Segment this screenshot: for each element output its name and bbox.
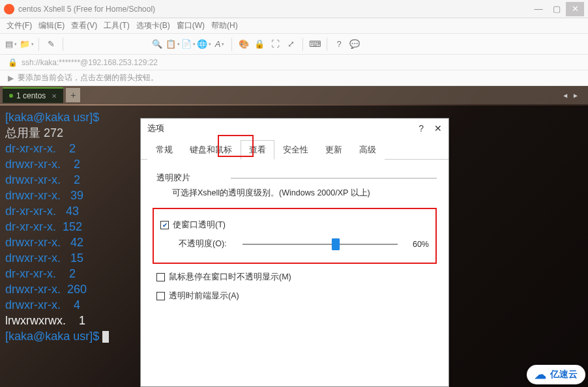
tab-scroll: ◄ ► [562, 92, 585, 99]
chat-icon[interactable]: 💬 [349, 38, 360, 50]
opacity-value: 60% [405, 240, 429, 249]
tab-update[interactable]: 更新 [317, 140, 351, 160]
arrow-icon[interactable]: ▶ [8, 74, 14, 83]
address-bar[interactable]: 🔒 ssh://kaka:*******@192.168.253.129:22 [0, 55, 588, 70]
separator [327, 38, 327, 51]
font-icon[interactable]: A [214, 38, 226, 50]
window-controls: — ▢ ✕ [529, 2, 584, 16]
menu-edit[interactable]: 编辑(E) [38, 20, 65, 31]
opacity-slider-row: 不透明度(O): 60% [160, 238, 429, 250]
menu-tabs[interactable]: 选项卡(B) [136, 20, 170, 31]
keyboard-icon[interactable]: ⌨ [309, 38, 321, 50]
highlighted-group: ✔ 使窗口透明(T) 不透明度(O): 60% [153, 208, 437, 264]
dialog-title: 选项 [147, 122, 164, 134]
lock-icon: 🔒 [8, 58, 18, 67]
menu-file[interactable]: 文件(F) [7, 20, 32, 31]
maximize-button[interactable]: ▢ [548, 2, 566, 16]
fullscreen-icon[interactable]: ⛶ [269, 38, 281, 50]
paste-icon[interactable]: 📄 [183, 38, 194, 50]
expand-icon[interactable]: ⤢ [285, 38, 297, 50]
open-folder-icon[interactable]: 📁 [21, 38, 33, 50]
checkbox-front[interactable] [156, 292, 165, 300]
tab-view[interactable]: 查看 [241, 140, 274, 160]
lock-icon[interactable]: 🔒 [254, 38, 265, 50]
tab-prev-icon[interactable]: ◄ [562, 92, 568, 99]
status-dot-icon [9, 94, 13, 98]
close-button[interactable]: ✕ [566, 2, 584, 16]
separator [38, 38, 39, 51]
tab-strip: 1 centos ✕ + ◄ ► [0, 86, 588, 104]
help-icon[interactable]: ? [333, 38, 345, 50]
watermark: ☁ 亿速云 [527, 365, 585, 384]
slider-thumb[interactable] [332, 238, 340, 250]
checkbox-row[interactable]: ✔ 使窗口透明(T) [160, 220, 429, 231]
settings-icon[interactable]: ✎ [45, 38, 57, 50]
address-text: ssh://kaka:*******@192.168.253.129:22 [22, 58, 158, 67]
info-text: 要添加当前会话，点击左侧的箭头按钮。 [18, 72, 158, 83]
tab-next-icon[interactable]: ► [572, 92, 579, 99]
search-icon[interactable]: 🔍 [151, 38, 163, 50]
tab-security[interactable]: 安全性 [274, 140, 317, 160]
menu-view[interactable]: 查看(V) [71, 20, 97, 31]
tab-close-icon[interactable]: ✕ [51, 93, 57, 100]
app-icon [4, 4, 14, 14]
minimize-button[interactable]: — [529, 2, 548, 16]
prompt: [kaka@kaka usr]$ [5, 111, 99, 124]
info-bar: ▶ 要添加当前会话，点击左侧的箭头按钮。 [0, 70, 588, 86]
globe-icon[interactable]: 🌐 [198, 38, 210, 50]
checkbox-list: 鼠标悬停在窗口时不透明显示(M) 透明时前端显示(A) [153, 272, 437, 302]
cursor [102, 331, 109, 343]
checkbox-label: 使窗口透明(T) [173, 220, 226, 231]
cloud-icon: ☁ [535, 367, 546, 382]
checkbox-row[interactable]: 鼠标悬停在窗口时不透明显示(M) [156, 272, 437, 283]
opacity-label: 不透明度(O): [179, 238, 235, 250]
checkbox-row[interactable]: 透明时前端显示(A) [156, 291, 437, 302]
toolbar: ▤ 📁 ✎ 🔍 📋 📄 🌐 A 🎨 🔒 ⛶ ⤢ ⌨ ? 💬 [0, 34, 588, 55]
menubar: 文件(F) 编辑(E) 查看(V) 工具(T) 选项卡(B) 窗口(W) 帮助(… [0, 18, 588, 34]
menu-tools[interactable]: 工具(T) [104, 20, 129, 31]
checkbox-transparent[interactable]: ✔ [160, 221, 169, 229]
copy-icon[interactable]: 📋 [167, 38, 179, 50]
color-icon[interactable]: 🎨 [238, 38, 250, 50]
tab-label: 1 centos [16, 91, 46, 100]
dialog-tabs: 常规 键盘和鼠标 查看 安全性 更新 高级 [141, 138, 448, 160]
options-dialog: 选项 ? ✕ 常规 键盘和鼠标 查看 安全性 更新 高级 透明胶片 可选择Xsh… [140, 118, 449, 387]
section-description: 可选择Xshell的透明度级别。(Windows 2000/XP 以上) [153, 185, 437, 208]
separator [231, 178, 437, 179]
tab-general[interactable]: 常规 [147, 140, 181, 160]
session-tab[interactable]: 1 centos ✕ [3, 87, 63, 103]
separator [63, 38, 63, 51]
window-title: centos Xshell 5 (Free for Home/School) [18, 5, 529, 14]
tab-advanced[interactable]: 高级 [351, 140, 385, 160]
tab-keyboard-mouse[interactable]: 键盘和鼠标 [181, 140, 241, 160]
opacity-slider[interactable] [243, 244, 398, 245]
checkbox-label: 透明时前端显示(A) [169, 291, 239, 302]
dialog-close-button[interactable]: ✕ [434, 123, 442, 134]
new-tab-button[interactable]: + [66, 88, 80, 102]
checkbox-label: 鼠标悬停在窗口时不透明显示(M) [169, 272, 291, 283]
separator [302, 38, 303, 51]
checkbox-mouse-hover[interactable] [156, 273, 165, 281]
new-session-icon[interactable]: ▤ [5, 38, 17, 50]
watermark-text: 亿速云 [550, 369, 578, 380]
menu-help[interactable]: 帮助(H) [211, 20, 238, 31]
dialog-help-button[interactable]: ? [419, 123, 424, 134]
menu-window[interactable]: 窗口(W) [177, 20, 205, 31]
titlebar: centos Xshell 5 (Free for Home/School) —… [0, 0, 588, 18]
dialog-body: 透明胶片 可选择Xshell的透明度级别。(Windows 2000/XP 以上… [141, 160, 448, 319]
separator [231, 38, 232, 51]
dialog-titlebar: 选项 ? ✕ [141, 119, 448, 138]
